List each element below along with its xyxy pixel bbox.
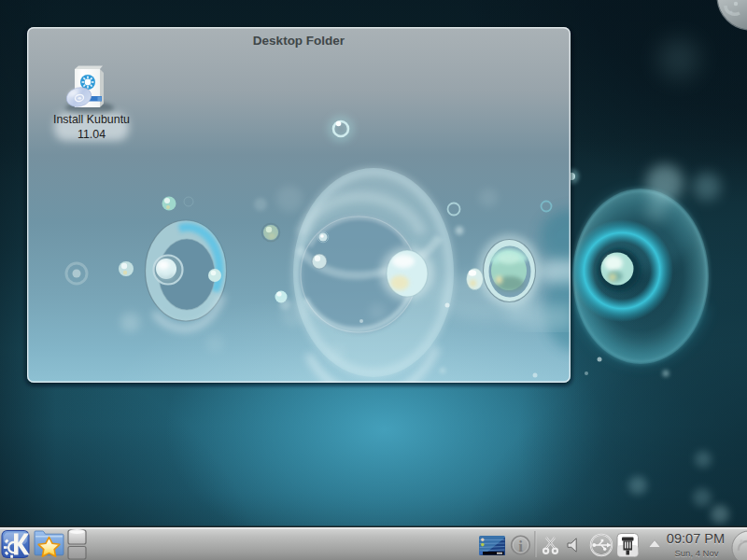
svg-text:i: i — [518, 538, 523, 555]
svg-text:Install Kubuntu: Install Kubuntu — [53, 113, 130, 126]
svg-text:11.04: 11.04 — [78, 128, 106, 141]
svg-text:Desktop Folder: Desktop Folder — [253, 34, 345, 48]
svg-text:Sun, 4 Nov: Sun, 4 Nov — [675, 548, 719, 558]
svg-text:09:07 PM: 09:07 PM — [667, 531, 725, 546]
